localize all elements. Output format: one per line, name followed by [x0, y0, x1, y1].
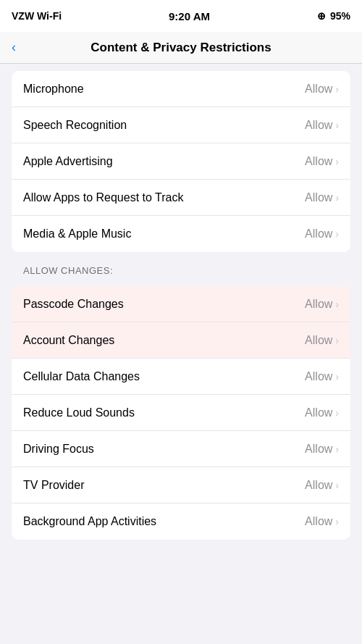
chevron-right-icon: › — [335, 443, 339, 455]
status-bar: VZW Wi-Fi 9:20 AM ⊕ 95% — [0, 0, 362, 32]
chevron-right-icon: › — [335, 298, 339, 310]
list-item[interactable]: TV Provider Allow › — [12, 467, 350, 503]
back-button[interactable]: ‹ — [12, 40, 16, 55]
row-value: Allow — [305, 191, 332, 204]
nav-bar: ‹ Content & Privacy Restrictions — [0, 32, 362, 64]
row-value: Allow — [305, 515, 332, 528]
row-value: Allow — [305, 406, 332, 419]
list-item[interactable]: Media & Apple Music Allow › — [12, 216, 350, 252]
row-right: Allow › — [305, 443, 339, 456]
chevron-right-icon: › — [335, 83, 339, 95]
row-right: Allow › — [305, 83, 339, 96]
status-right: ⊕ 95% — [317, 10, 350, 22]
list-item[interactable]: Reduce Loud Sounds Allow › — [12, 395, 350, 431]
chevron-right-icon: › — [335, 120, 339, 131]
row-label: Passcode Changes — [23, 298, 124, 311]
row-right: Allow › — [305, 406, 339, 419]
bottom-settings-group: Passcode Changes Allow › Account Changes… — [12, 286, 350, 540]
back-chevron-icon: ‹ — [12, 40, 16, 55]
row-label: Media & Apple Music — [23, 227, 131, 241]
battery-icon: ⊕ — [317, 10, 326, 22]
list-item[interactable]: Background App Activities Allow › — [12, 503, 350, 540]
row-label: Cellular Data Changes — [23, 370, 140, 383]
list-item[interactable]: Speech Recognition Allow › — [12, 107, 350, 143]
chevron-right-icon: › — [335, 192, 339, 204]
row-value: Allow — [305, 119, 332, 132]
list-item[interactable]: Cellular Data Changes Allow › — [12, 359, 350, 395]
row-right: Allow › — [305, 227, 339, 241]
page-title: Content & Privacy Restrictions — [90, 41, 271, 55]
row-right: Allow › — [305, 515, 339, 528]
row-label: Account Changes — [23, 334, 114, 347]
row-right: Allow › — [305, 479, 339, 492]
row-label: Microphone — [23, 83, 84, 96]
row-value: Allow — [305, 298, 332, 311]
chevron-right-icon: › — [335, 335, 339, 346]
row-label: Speech Recognition — [23, 119, 127, 132]
top-settings-group: Microphone Allow › Speech Recognition Al… — [12, 71, 350, 252]
row-right: Allow › — [305, 370, 339, 383]
list-item[interactable]: Microphone Allow › — [12, 71, 350, 107]
time: 9:20 AM — [169, 10, 210, 22]
chevron-right-icon: › — [335, 371, 339, 382]
list-item[interactable]: Driving Focus Allow › — [12, 431, 350, 467]
row-label: Allow Apps to Request to Track — [23, 191, 183, 204]
chevron-right-icon: › — [335, 228, 339, 240]
chevron-right-icon: › — [335, 156, 339, 167]
battery-level: 95% — [330, 10, 350, 22]
row-label: Background App Activities — [23, 515, 156, 528]
row-label: TV Provider — [23, 479, 84, 492]
row-value: Allow — [305, 370, 332, 383]
row-value: Allow — [305, 479, 332, 492]
row-value: Allow — [305, 443, 332, 456]
row-value: Allow — [305, 155, 332, 168]
list-item[interactable]: Account Changes Allow › — [12, 322, 350, 359]
row-value: Allow — [305, 83, 332, 96]
allow-changes-section-label: ALLOW CHANGES: — [0, 259, 362, 279]
carrier-wifi: VZW Wi-Fi — [12, 10, 62, 22]
row-label: Driving Focus — [23, 443, 94, 456]
chevron-right-icon: › — [335, 407, 339, 419]
chevron-right-icon: › — [335, 516, 339, 527]
row-right: Allow › — [305, 155, 339, 168]
row-right: Allow › — [305, 334, 339, 347]
row-right: Allow › — [305, 191, 339, 204]
row-right: Allow › — [305, 298, 339, 311]
row-label: Reduce Loud Sounds — [23, 406, 135, 419]
row-value: Allow — [305, 227, 332, 241]
list-item[interactable]: Apple Advertising Allow › — [12, 143, 350, 180]
list-item[interactable]: Passcode Changes Allow › — [12, 286, 350, 322]
chevron-right-icon: › — [335, 480, 339, 491]
row-value: Allow — [305, 334, 332, 347]
row-label: Apple Advertising — [23, 155, 113, 168]
row-right: Allow › — [305, 119, 339, 132]
list-item[interactable]: Allow Apps to Request to Track Allow › — [12, 180, 350, 216]
